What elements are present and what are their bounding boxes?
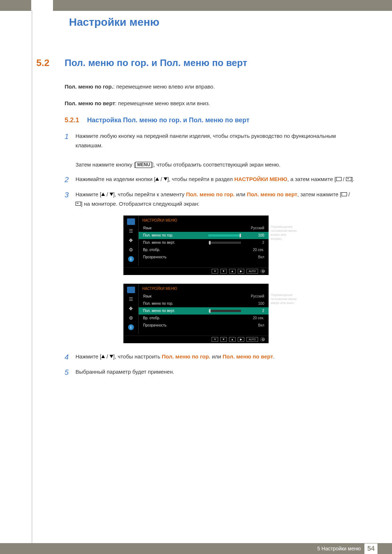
steps-list-cont: 4 Нажмите [ / ], чтобы настроить Пол. ме… bbox=[65, 352, 356, 377]
down-icon: ▼ bbox=[220, 337, 227, 342]
menu-button-icon: MENU bbox=[135, 162, 152, 168]
close-icon: ✕ bbox=[212, 269, 218, 274]
osd-label: Вр. отобр. bbox=[143, 316, 244, 320]
monitor-icon bbox=[127, 218, 135, 225]
move-icon: ✥ bbox=[127, 305, 135, 312]
s2-pre: Нажимайте на изделии кнопки [ bbox=[75, 176, 155, 182]
intro-hpos-label: Пол. меню по гор. bbox=[65, 83, 113, 90]
slider-icon bbox=[208, 234, 241, 237]
page-content: Настройки меню 5.2 Пол. меню по гор. и П… bbox=[36, 16, 356, 382]
rect-icon bbox=[342, 192, 347, 196]
step-text: Нажмите [ / ], чтобы настроить Пол. меню… bbox=[75, 352, 274, 362]
osd-nav-bar: ✕ ▼ ▲ ▶ AUTO ⏻ bbox=[123, 336, 269, 342]
osd-row-lang: Язык Русский bbox=[139, 293, 269, 300]
intro-vpos-label: Пол. меню по верт bbox=[65, 100, 115, 106]
s2-end: ]. bbox=[351, 176, 354, 182]
step1b-pre: Затем нажмите кнопку [ bbox=[75, 161, 135, 168]
side-strip bbox=[31, 10, 33, 544]
intro-hpos: Пол. меню по гор.: перемещение меню влев… bbox=[65, 82, 356, 91]
osd-row-vpos: Пол. меню по верт. 2 bbox=[139, 239, 269, 246]
osd-label: Язык bbox=[143, 226, 244, 230]
osd-label: Пол. меню по верт. bbox=[143, 241, 208, 245]
subsection-title: Настройка Пол. меню по гор. и Пол. меню … bbox=[87, 116, 249, 124]
osd-label: Пол. меню по гор. bbox=[143, 233, 208, 237]
enter-icon bbox=[346, 177, 351, 181]
osd-label: Прозрачность bbox=[143, 255, 244, 259]
osd-nav-bar: ✕ ▼ ▲ ▶ AUTO ⏻ bbox=[123, 267, 269, 274]
down-icon: ▼ bbox=[220, 269, 227, 274]
page-number: 54 bbox=[364, 543, 377, 554]
right-icon: ▶ bbox=[238, 269, 244, 274]
move-icon: ✥ bbox=[127, 237, 135, 244]
info-icon: i bbox=[128, 256, 134, 262]
step-number: 1 bbox=[65, 131, 75, 169]
osd-row-lang: Язык Русский bbox=[139, 225, 269, 232]
chapter-title: Настройки меню bbox=[69, 16, 356, 28]
osd-side-icons: ☰ ✥ ⚙ i bbox=[123, 216, 139, 266]
osd-label: Пол. меню по гор. bbox=[143, 301, 244, 305]
osd-label: Прозрачность bbox=[143, 323, 244, 327]
osd-label: Вр. отобр. bbox=[143, 248, 244, 252]
s4-pre: Нажмите [ bbox=[75, 353, 101, 360]
osd-screenshots: ☰ ✥ ⚙ i НАСТРОЙКИ МЕНЮ Язык Русский Пол.… bbox=[123, 216, 269, 343]
step-text: Выбранный параметр будет применен. bbox=[75, 367, 174, 377]
osd-value: 20 сек. bbox=[244, 248, 264, 252]
s4-h: Пол. меню по гор. bbox=[162, 353, 211, 360]
chapter-tab bbox=[31, 0, 53, 15]
s2-post: , а затем нажмите [ bbox=[287, 176, 336, 182]
auto-button: AUTO bbox=[246, 269, 258, 274]
s3-post: , затем нажмите [ bbox=[297, 191, 341, 197]
osd-value: Вкл bbox=[244, 323, 264, 327]
footer-chapter: 5 Настройки меню bbox=[317, 546, 361, 551]
close-icon: ✕ bbox=[212, 337, 218, 342]
up-triangle-icon bbox=[101, 193, 105, 196]
subsection-heading: 5.2.1 Настройка Пол. меню по гор. и Пол.… bbox=[65, 116, 356, 124]
osd-row-hpos: Пол. меню по гор. 100 bbox=[139, 300, 269, 307]
slider-icon bbox=[208, 242, 241, 244]
s3-v: Пол. меню по верт bbox=[247, 191, 297, 197]
page-footer: 5 Настройки меню 54 bbox=[0, 543, 392, 554]
down-triangle-icon bbox=[110, 193, 113, 196]
up-icon: ▲ bbox=[229, 269, 236, 274]
section-title: Пол. меню по гор. и Пол. меню по верт bbox=[65, 57, 247, 69]
step-text: Нажмите любую кнопку на передней панели … bbox=[75, 131, 356, 169]
osd-title: НАСТРОЙКИ МЕНЮ bbox=[139, 218, 269, 225]
down-triangle-icon bbox=[164, 177, 167, 181]
osd-value: 100 bbox=[244, 233, 264, 237]
osd-label: Пол. меню по верт. bbox=[143, 309, 208, 313]
subsection-number: 5.2.1 bbox=[65, 116, 87, 124]
osd-value: 100 bbox=[244, 301, 264, 305]
osd-tooltip: Перемещение положения меню вверх или вни… bbox=[271, 293, 298, 305]
step1a: Нажмите любую кнопку на передней панели … bbox=[75, 133, 336, 148]
power-icon: ⏻ bbox=[260, 269, 265, 274]
s3-or: или bbox=[234, 191, 247, 197]
step-4: 4 Нажмите [ / ], чтобы настроить Пол. ме… bbox=[65, 352, 356, 362]
osd-value: Русский bbox=[244, 226, 264, 230]
intro-vpos: Пол. меню по верт: перемещение меню ввер… bbox=[65, 99, 356, 108]
osd-row-trans: Прозрачность Вкл bbox=[139, 254, 269, 261]
step1b-post: ], чтобы отобразить соответствующий экра… bbox=[152, 161, 280, 168]
up-icon: ▲ bbox=[229, 337, 236, 342]
osd-vpos: ☰ ✥ ⚙ i НАСТРОЙКИ МЕНЮ Язык Русский Пол.… bbox=[123, 284, 269, 343]
osd-row-time: Вр. отобр. 20 сек. bbox=[139, 315, 269, 322]
osd-hpos: ☰ ✥ ⚙ i НАСТРОЙКИ МЕНЮ Язык Русский Пол.… bbox=[123, 216, 269, 275]
enter-icon bbox=[75, 202, 81, 206]
step-number: 5 bbox=[65, 367, 75, 377]
power-icon: ⏻ bbox=[260, 337, 265, 342]
s4-mid: ], чтобы настроить bbox=[113, 353, 162, 360]
slider-icon bbox=[208, 310, 241, 312]
s4-v: Пол. меню по верт bbox=[222, 353, 273, 360]
s3-h: Пол. меню по гор. bbox=[186, 191, 234, 197]
step-3: 3 Нажмите [ / ], чтобы перейти к элемент… bbox=[65, 190, 356, 209]
s3-end: ] на мониторе. Отобразится следующий экр… bbox=[81, 201, 199, 207]
list-icon: ☰ bbox=[127, 296, 135, 303]
osd-body: НАСТРОЙКИ МЕНЮ Язык Русский Пол. меню по… bbox=[139, 216, 269, 266]
auto-button: AUTO bbox=[246, 337, 258, 342]
step-number: 4 bbox=[65, 352, 75, 362]
down-triangle-icon bbox=[110, 355, 113, 358]
osd-value: Вкл bbox=[244, 255, 264, 259]
steps-list: 1 Нажмите любую кнопку на передней панел… bbox=[65, 131, 356, 209]
osd-tooltip: Перемещение положения меню влево или впр… bbox=[271, 225, 298, 241]
osd-value: 20 сек. bbox=[244, 316, 264, 320]
osd-value: 2 bbox=[244, 309, 264, 313]
